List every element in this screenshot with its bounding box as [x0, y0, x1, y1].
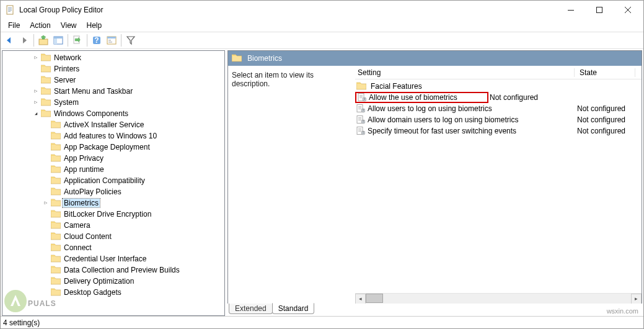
tab-standard[interactable]: Standard: [272, 303, 315, 314]
content-tabs: Extended Standard: [227, 304, 642, 316]
svg-rect-7: [39, 39, 48, 45]
tree-item-app-runtime[interactable]: App runtime: [2, 164, 224, 175]
column-headers[interactable]: Setting State: [355, 66, 642, 79]
forward-button[interactable]: [17, 34, 31, 47]
list-policy[interactable]: Allow domain users to log on using biome…: [355, 114, 642, 125]
svg-rect-24: [364, 99, 365, 100]
horizontal-scrollbar[interactable]: ◂ ▸: [355, 293, 642, 304]
menu-help[interactable]: Help: [82, 20, 107, 31]
export-button[interactable]: [71, 34, 84, 47]
folder-icon: [41, 109, 51, 119]
folder-icon: [41, 97, 51, 107]
tree-item-label: App Package Deployment: [63, 143, 151, 151]
main-area: ▷NetworkPrintersServer▷Start Menu and Ta…: [1, 49, 643, 316]
svg-rect-45: [363, 133, 364, 133]
tree-item-network[interactable]: ▷Network: [2, 52, 224, 63]
tree-expander-icon[interactable]: ◢: [31, 112, 41, 116]
svg-text:?: ?: [94, 36, 99, 45]
description-pane: Select an item to view its description.: [228, 66, 355, 304]
tree-item-app-package-deployment[interactable]: App Package Deployment: [2, 142, 224, 153]
tree-expander-icon[interactable]: ▷: [41, 201, 51, 205]
tree-item-bitlocker-drive-encryption[interactable]: BitLocker Drive Encryption: [2, 209, 224, 220]
svg-rect-21: [359, 97, 363, 98]
folder-icon: [51, 131, 61, 141]
svg-rect-37: [363, 120, 364, 121]
list-folder[interactable]: Facial Features: [355, 81, 642, 92]
tree-item-label: Windows Components: [53, 109, 130, 118]
folder-icon: [51, 187, 61, 197]
list-policy[interactable]: Allow the use of biometricsNot configure…: [355, 92, 642, 103]
scroll-thumb[interactable]: [366, 294, 383, 303]
status-bar: 4 setting(s): [1, 316, 643, 328]
list-policy[interactable]: Specify timeout for fast user switching …: [355, 125, 642, 137]
tree-item-windows-components[interactable]: ◢Windows Components: [2, 108, 224, 119]
policy-icon: [356, 115, 365, 124]
col-state[interactable]: State: [575, 68, 635, 77]
menu-view[interactable]: View: [56, 20, 82, 31]
tree-expander-icon[interactable]: ▷: [31, 55, 41, 60]
svg-rect-40: [358, 128, 361, 129]
tree-expander-icon[interactable]: ▷: [31, 89, 41, 94]
tree-item-autoplay-policies[interactable]: AutoPlay Policies: [2, 186, 224, 197]
show-hide-tree-button[interactable]: [51, 34, 65, 47]
status-text: 4 setting(s): [3, 318, 40, 327]
svg-rect-17: [108, 42, 112, 43]
folder-icon: [51, 209, 61, 219]
tree-item-app-privacy[interactable]: App Privacy: [2, 153, 224, 164]
tree-item-activex-installer-service[interactable]: ActiveX Installer Service: [2, 119, 224, 130]
svg-rect-6: [597, 7, 602, 13]
help-button[interactable]: ?: [90, 34, 104, 47]
tree-item-printers[interactable]: Printers: [2, 63, 224, 74]
scroll-left-button[interactable]: ◂: [355, 294, 366, 304]
window-title: Local Group Policy Editor: [19, 6, 557, 14]
tree-item-start-menu-and-taskbar[interactable]: ▷Start Menu and Taskbar: [2, 86, 224, 97]
close-button[interactable]: [614, 1, 642, 19]
list-policy[interactable]: Allow users to log on using biometricsNo…: [355, 103, 642, 114]
back-button[interactable]: [2, 34, 16, 47]
tab-extended[interactable]: Extended: [229, 304, 273, 314]
tree-item-label: Biometrics: [63, 199, 100, 207]
content-header: Biometrics: [228, 51, 642, 66]
scroll-right-button[interactable]: ▸: [631, 294, 642, 304]
tree-item-data-collection-and-preview-builds[interactable]: Data Collection and Preview Builds: [2, 264, 224, 276]
tree-expander-icon[interactable]: ▷: [31, 100, 41, 105]
svg-rect-15: [107, 37, 116, 38]
svg-rect-1: [8, 7, 12, 8]
svg-rect-34: [358, 119, 361, 119]
folder-icon: [41, 53, 51, 63]
filter-button[interactable]: [124, 34, 138, 47]
menu-bar: File Action View Help: [1, 19, 643, 32]
svg-rect-42: [358, 131, 361, 132]
tree-item-application-compatibility[interactable]: Application Compatibility: [2, 175, 224, 186]
tree-item-connect[interactable]: Connect: [2, 242, 224, 253]
svg-rect-27: [358, 107, 361, 108]
tree-item-camera[interactable]: Camera: [2, 220, 224, 231]
state-label: Not configured: [488, 93, 635, 102]
tree-item-server[interactable]: Server: [2, 74, 224, 86]
tree-item-system[interactable]: ▷System: [2, 97, 224, 108]
menu-action[interactable]: Action: [25, 20, 55, 31]
tree-panel[interactable]: ▷NetworkPrintersServer▷Start Menu and Ta…: [2, 50, 225, 316]
tree-item-add-features-to-windows-10[interactable]: Add features to Windows 10: [2, 130, 224, 142]
svg-rect-23: [364, 98, 365, 99]
folder-icon: [51, 254, 61, 264]
folder-icon: [51, 276, 61, 286]
properties-button[interactable]: [105, 34, 118, 47]
up-button[interactable]: [37, 34, 50, 47]
maximize-button[interactable]: [585, 1, 614, 19]
svg-rect-44: [363, 132, 364, 132]
tree-item-desktop-gadgets[interactable]: Desktop Gadgets: [2, 287, 224, 298]
svg-rect-20: [359, 96, 363, 97]
folder-icon: [51, 142, 61, 152]
svg-rect-35: [358, 120, 361, 120]
minimize-button[interactable]: [557, 1, 585, 19]
tree-item-cloud-content[interactable]: Cloud Content: [2, 231, 224, 242]
content-title: Biometrics: [247, 54, 282, 63]
svg-rect-38: [363, 122, 364, 122]
svg-rect-41: [358, 130, 361, 130]
tree-item-delivery-optimization[interactable]: Delivery Optimization: [2, 276, 224, 287]
col-setting[interactable]: Setting: [355, 68, 575, 77]
tree-item-credential-user-interface[interactable]: Credential User Interface: [2, 253, 224, 264]
menu-file[interactable]: File: [3, 20, 25, 31]
tree-item-biometrics[interactable]: ▷Biometrics: [2, 197, 224, 209]
